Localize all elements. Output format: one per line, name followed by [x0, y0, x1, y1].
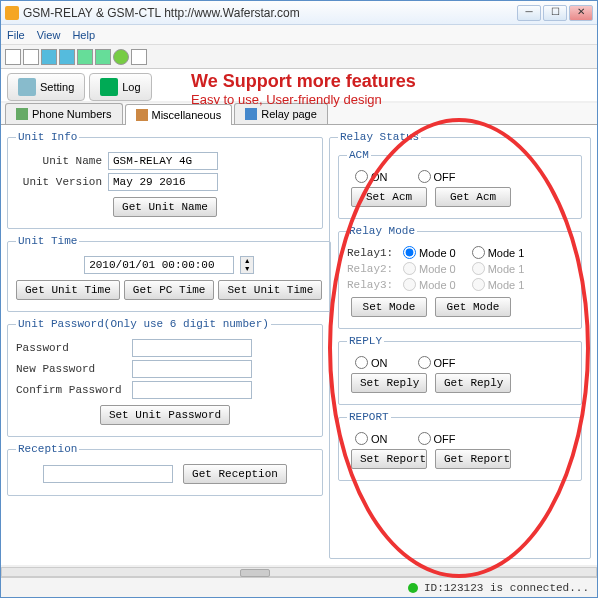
set-unit-time-button[interactable]: Set Unit Time	[218, 280, 322, 300]
tab-phone-numbers[interactable]: Phone Numbers	[5, 103, 123, 124]
reply-legend: REPLY	[347, 335, 384, 347]
globe-icon[interactable]	[113, 49, 129, 65]
unit-time-input[interactable]	[84, 256, 234, 274]
relay-mode-legend: Relay Mode	[347, 225, 417, 237]
relay3-mode0-radio: Mode 0	[403, 278, 456, 291]
new-password-input[interactable]	[132, 360, 252, 378]
promo-line1: We Support more features	[191, 71, 416, 92]
relay1-label: Relay1:	[347, 247, 397, 259]
saveall-icon[interactable]	[59, 49, 75, 65]
unit-name-input[interactable]	[108, 152, 218, 170]
relay3-label: Relay3:	[347, 279, 397, 291]
relay1-mode1-radio[interactable]: Mode 1	[472, 246, 525, 259]
report-group: REPORT ON OFF Set Report Get Report	[338, 411, 582, 481]
report-on-radio[interactable]: ON	[355, 432, 388, 445]
reception-group: Reception Get Reception	[7, 443, 323, 496]
misc-icon	[136, 109, 148, 121]
set-report-button[interactable]: Set Report	[351, 449, 427, 469]
horizontal-scrollbar[interactable]	[1, 567, 597, 577]
relay-mode-group: Relay Mode Relay1: Mode 0 Mode 1 Relay2:…	[338, 225, 582, 329]
get-report-button[interactable]: Get Report	[435, 449, 511, 469]
relay2-label: Relay2:	[347, 263, 397, 275]
acm-group: ACM ON OFF Set Acm Get Acm	[338, 149, 582, 219]
reply-on-radio[interactable]: ON	[355, 356, 388, 369]
relay-status-group: Relay Status ACM ON OFF Set Acm Get Acm …	[329, 131, 591, 559]
acm-on-radio[interactable]: ON	[355, 170, 388, 183]
connection-dot-icon	[408, 583, 418, 593]
report-legend: REPORT	[347, 411, 391, 423]
minimize-button[interactable]: ─	[517, 5, 541, 21]
menubar: File View Help	[1, 25, 597, 45]
menu-file[interactable]: File	[7, 29, 25, 41]
save-icon[interactable]	[41, 49, 57, 65]
app-icon	[5, 6, 19, 20]
get-mode-button[interactable]: Get Mode	[435, 297, 511, 317]
relay2-mode1-radio: Mode 1	[472, 262, 525, 275]
setting-label: Setting	[40, 81, 74, 93]
relay1-mode0-radio[interactable]: Mode 0	[403, 246, 456, 259]
status-bar: ID:123123 is connected...	[1, 577, 597, 597]
report-off-radio[interactable]: OFF	[418, 432, 456, 445]
tab-miscellaneous[interactable]: Miscellaneous	[125, 104, 233, 125]
app-window: GSM-RELAY & GSM-CTL http://www.Waferstar…	[0, 0, 598, 598]
log-button[interactable]: Log	[89, 73, 151, 101]
toolbar	[1, 45, 597, 69]
titlebar: GSM-RELAY & GSM-CTL http://www.Waferstar…	[1, 1, 597, 25]
reply-off-radio[interactable]: OFF	[418, 356, 456, 369]
time-up-button[interactable]: ▲	[241, 257, 253, 265]
unit-version-input[interactable]	[108, 173, 218, 191]
get-acm-button[interactable]: Get Acm	[435, 187, 511, 207]
get-reply-button[interactable]: Get Reply	[435, 373, 511, 393]
reply-group: REPLY ON OFF Set Reply Get Reply	[338, 335, 582, 405]
set-mode-button[interactable]: Set Mode	[351, 297, 427, 317]
help-icon[interactable]	[131, 49, 147, 65]
big-toolbar: Setting Log We Support more features Eas…	[1, 69, 597, 101]
window-title: GSM-RELAY & GSM-CTL http://www.Waferstar…	[23, 6, 517, 20]
reception-input[interactable]	[43, 465, 173, 483]
get-unit-name-button[interactable]: Get Unit Name	[113, 197, 217, 217]
menu-help[interactable]: Help	[72, 29, 95, 41]
log-label: Log	[122, 81, 140, 93]
promo-text: We Support more features Easy to use, Us…	[191, 71, 416, 107]
unit-time-group: Unit Time ▲ ▼ Get Unit Time Get PC Time …	[7, 235, 331, 312]
set-unit-password-button[interactable]: Set Unit Password	[100, 405, 230, 425]
pwd-legend: Unit Password(Only use 6 digit number)	[16, 318, 271, 330]
relay-status-legend: Relay Status	[338, 131, 421, 143]
setting-button[interactable]: Setting	[7, 73, 85, 101]
tool2-icon[interactable]	[95, 49, 111, 65]
unit-info-legend: Unit Info	[16, 131, 79, 143]
unit-version-label: Unit Version	[16, 176, 102, 188]
acm-off-radio[interactable]: OFF	[418, 170, 456, 183]
unit-time-legend: Unit Time	[16, 235, 79, 247]
time-down-button[interactable]: ▼	[241, 265, 253, 273]
phone-icon	[16, 108, 28, 120]
get-unit-time-button[interactable]: Get Unit Time	[16, 280, 120, 300]
wrench-icon	[18, 78, 36, 96]
password-input[interactable]	[132, 339, 252, 357]
status-text: ID:123123 is connected...	[424, 582, 589, 594]
set-acm-button[interactable]: Set Acm	[351, 187, 427, 207]
unit-info-group: Unit Info Unit Name Unit Version Get Uni…	[7, 131, 323, 229]
relay3-mode1-radio: Mode 1	[472, 278, 525, 291]
tool1-icon[interactable]	[77, 49, 93, 65]
unit-name-label: Unit Name	[16, 155, 102, 167]
confirm-password-label: Confirm Password	[16, 384, 126, 396]
new-password-label: New Password	[16, 363, 126, 375]
password-label: Password	[16, 342, 126, 354]
relay-icon	[245, 108, 257, 120]
menu-view[interactable]: View	[37, 29, 61, 41]
relay2-mode0-radio: Mode 0	[403, 262, 456, 275]
set-reply-button[interactable]: Set Reply	[351, 373, 427, 393]
new-icon[interactable]	[5, 49, 21, 65]
open-icon[interactable]	[23, 49, 39, 65]
wave-icon	[100, 78, 118, 96]
confirm-password-input[interactable]	[132, 381, 252, 399]
get-pc-time-button[interactable]: Get PC Time	[124, 280, 215, 300]
unit-password-group: Unit Password(Only use 6 digit number) P…	[7, 318, 323, 437]
acm-legend: ACM	[347, 149, 371, 161]
maximize-button[interactable]: ☐	[543, 5, 567, 21]
reception-legend: Reception	[16, 443, 79, 455]
content-area: Unit Info Unit Name Unit Version Get Uni…	[1, 125, 597, 565]
get-reception-button[interactable]: Get Reception	[183, 464, 287, 484]
close-button[interactable]: ✕	[569, 5, 593, 21]
